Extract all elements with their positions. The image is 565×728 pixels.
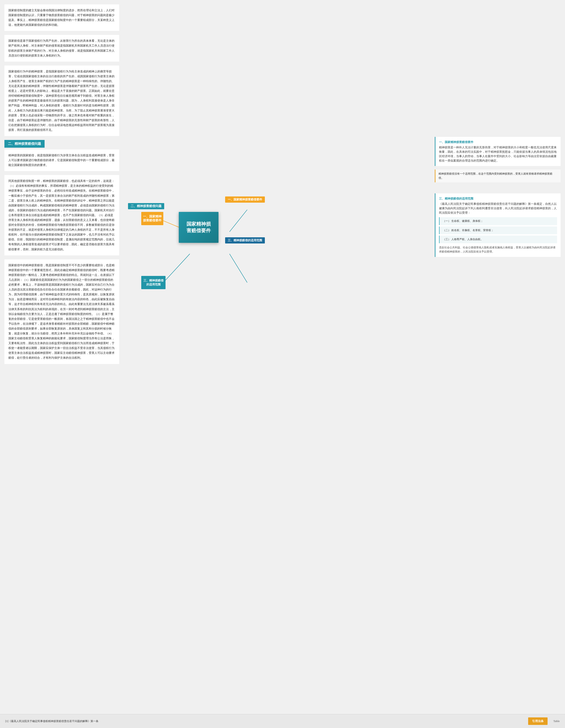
footnote-text: [1]《最高人民法院关于确定民事侵权精神损害赔偿责任若干问题的解释》第一条 bbox=[5, 719, 525, 723]
right-list-item-3-num: （三） bbox=[443, 238, 451, 241]
central-box: 国家精神损害赔偿要件 bbox=[179, 212, 218, 243]
text-block-4-content: 精神损害的国家赔偿，就是指国家侵权行为涉害主体在合法权益造成精神损害，受害人可以… bbox=[8, 153, 115, 168]
footnote-bar: [1]《最高人民法院关于确定民事侵权精神损害赔偿责任若干问题的解释》第一条 引用… bbox=[0, 714, 565, 728]
right-section3-header: 三、精神损赔偿的适用范围 bbox=[439, 196, 557, 201]
text-block-5: 同其他损害赔偿制度一样，精神损害的国家赔偿，也必须具有一定的前件，这就是：（1）… bbox=[4, 175, 119, 255]
diagram-column: 二、精神损害赔偿问题 国家精神损害赔偿要件 一、国家精神损害赔偿要件 三、精神损… bbox=[124, 0, 433, 706]
section2-diagram-label: 二、精神损害赔偿问题 bbox=[128, 203, 164, 209]
right-list-item-1-num: （一） bbox=[443, 219, 451, 223]
table-label: Table bbox=[553, 719, 560, 723]
diagram-area: 二、精神损害赔偿问题 国家精神损害赔偿要件 一、国家精神损害赔偿要件 三、精神损… bbox=[124, 0, 433, 618]
right-branch-label-1: 一、国家精神损害赔偿要件 bbox=[225, 196, 265, 203]
right-branch-label-3: 三、精神损赔偿的适用范围 bbox=[225, 237, 265, 243]
right-section3-panel: 三、精神损赔偿的适用范围 《最高人民法院关于确定民事侵权精神损害赔偿责任若干问题… bbox=[435, 193, 561, 257]
right-section1-subtext: 精神损害赔偿没有一个适用范围，在这个范围内受到精神损害的，受害人就有资格请求精神… bbox=[439, 172, 557, 180]
right-list-item-2: （二） 姓名权、肖像权、名誉权、荣誉权； bbox=[439, 226, 557, 234]
left-branch-2: 三、精神损赔偿的适用范围 bbox=[141, 276, 166, 289]
cite-button[interactable]: 引用法条 bbox=[528, 717, 548, 725]
text-block-1: 国家赔偿制度的建立无疑会推动我国法律制度的进步，然而在理论和立法上，人们对国家赔… bbox=[4, 4, 119, 31]
main-layout: 国家赔偿制度的建立无疑会推动我国法律制度的进步，然而在理论和立法上，人们对国家赔… bbox=[0, 0, 565, 706]
text-block-4: 精神损害的国家赔偿，就是指国家侵权行为涉害主体在合法权益造成精神损害，受害人可以… bbox=[4, 149, 119, 171]
left-branch-1-label: 一、国家精神损害赔偿要件 bbox=[143, 215, 162, 223]
right-list-item-2-num: （二） bbox=[443, 229, 451, 232]
text-block-5-content: 同其他损害赔偿制度一样，精神损害的国家赔偿，也必须具有一定的前件，这就是：（1）… bbox=[8, 179, 115, 252]
svg-line-1 bbox=[163, 254, 190, 283]
right-section1-header: 一、国家精神损害赔偿要件 bbox=[439, 140, 557, 144]
left-branch-2-label: 三、精神损赔偿的适用范围 bbox=[143, 279, 164, 287]
right-section3-intro: 《最高人民法院关于确定民事侵权精神损害赔偿责任若干问题的解释》第一条规定，自然人… bbox=[439, 202, 557, 215]
text-block-2-content: 国家赔偿是基于国家侵权行为而产生的，从致害行为所在的具体来看，无论是主体的财产权… bbox=[8, 38, 115, 58]
right-section1-subbox: 精神损害赔偿没有一个适用范围，在这个范围内受到精神损害的，受害人就有资格请求精神… bbox=[435, 170, 561, 182]
central-box-label: 国家精神损害赔偿要件 bbox=[186, 221, 211, 233]
right-section1-text: 精神损害是一种外人无法计量的无形伤害，对于精神损害的大小和程度一般也无法使用尺度… bbox=[439, 145, 557, 163]
text-block-2: 国家赔偿是基于国家侵权行为而产生的，从致害行为所在的具体来看，无论是主体的财产权… bbox=[4, 35, 119, 61]
svg-line-4 bbox=[230, 254, 247, 283]
section-header-wrapper-2: 二、精神损害赔偿问题 bbox=[4, 140, 119, 149]
right-column: 一、国家精神损害赔偿要件 精神损害是一种外人无法计量的无形伤害，对于精神损害的大… bbox=[433, 0, 565, 706]
left-branch-1: 一、国家精神损害赔偿要件 bbox=[141, 212, 163, 225]
right-list-item-3: （三） 人格尊严权、人身自由权。 bbox=[439, 236, 557, 243]
right-section1-panel: 一、国家精神损害赔偿要件 精神损害是一种外人无法计量的无形伤害，对于精神损害的大… bbox=[435, 137, 561, 166]
page-container: 国家赔偿制度的建立无疑会推动我国法律制度的进步，然而在理论和立法上，人们对国家赔… bbox=[0, 0, 565, 728]
right-list-item-1-label: 生命权、健康权、身体权； bbox=[451, 219, 483, 223]
connector-lines bbox=[124, 0, 433, 618]
section-header-2: 二、精神损害赔偿问题 bbox=[4, 140, 45, 148]
right-list-item-3-label: 人格尊严权、人身自由权。 bbox=[451, 238, 483, 241]
right-section3-extra: 违反社会公共利益、社会公德侵害他人隐私或者实施他人格权益，受害人以健权为由向民法… bbox=[439, 245, 557, 254]
text-block-1-content: 国家赔偿制度的建立无疑会推动我国法律制度的进步，然而在理论和立法上，人们对国家赔… bbox=[8, 8, 115, 27]
svg-line-2 bbox=[230, 210, 247, 232]
text-block-3-content: 国家侵权行为中的精神损害，是指国家侵权行为为给主体造成的精神上的痛苦等损害，它或… bbox=[8, 69, 115, 132]
right-spacer-top bbox=[435, 4, 561, 137]
text-block-3: 国家侵权行为中的精神损害，是指国家侵权行为为给主体造成的精神上的痛苦等损害，它或… bbox=[4, 66, 119, 136]
right-list-item-2-label: 姓名权、肖像权、名誉权、荣誉权； bbox=[451, 229, 494, 232]
right-spacer-mid bbox=[435, 185, 561, 193]
text-block-6-content: 国家赔偿中的精神损害赔偿，既是国家赔偿制度不可不忽少的重要组成部分，也是精神损害… bbox=[8, 263, 115, 360]
right-list-item-1: （一） 生命权、健康权、身体权； bbox=[439, 217, 557, 225]
text-block-6: 国家赔偿中的精神损害赔偿，既是国家赔偿制度不可不忽少的重要组成部分，也是精神损害… bbox=[4, 259, 119, 364]
left-column: 国家赔偿制度的建立无疑会推动我国法律制度的进步，然而在理论和立法上，人们对国家赔… bbox=[0, 0, 124, 706]
